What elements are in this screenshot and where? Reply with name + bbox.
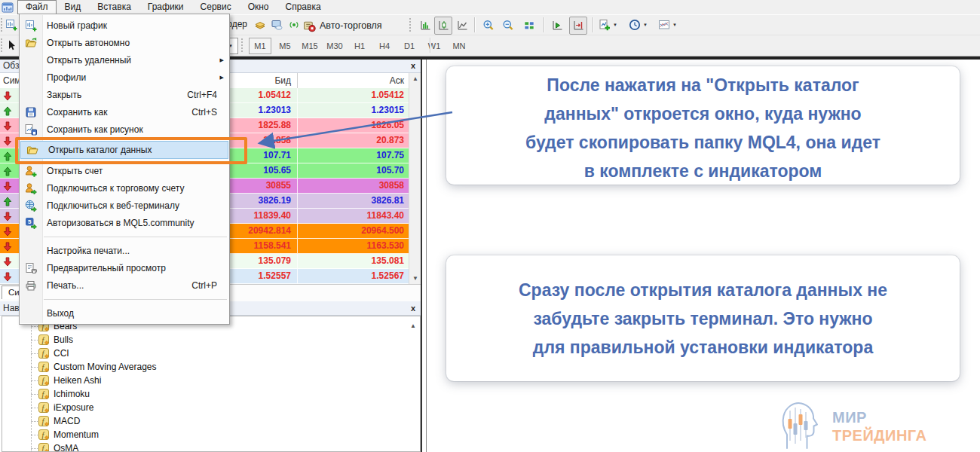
file-menu-item-5[interactable]: Сохранить какCtrl+S: [20, 103, 229, 121]
close-icon[interactable]: x: [411, 301, 415, 316]
signals-icon[interactable]: [287, 18, 301, 32]
toolbar-separator: [430, 38, 430, 53]
menubar-item-0[interactable]: Файл: [17, 0, 57, 14]
zoom-in-button[interactable]: [479, 17, 498, 35]
save-icon: [20, 106, 42, 118]
templates-button[interactable]: ▼: [657, 17, 678, 33]
ask-cell: 20964.500: [297, 224, 404, 238]
file-menu-item-13[interactable]: Настройка печати...: [20, 242, 229, 259]
file-menu-item-label: Печать...: [47, 280, 84, 291]
ask-cell: 1163.530: [297, 239, 404, 253]
timeframe-w1[interactable]: W1: [423, 38, 446, 54]
candlestick-chart-button[interactable]: [434, 17, 452, 35]
timeframe-h1[interactable]: H1: [348, 38, 371, 54]
file-menu-item-14[interactable]: Предварительный просмотр: [20, 259, 229, 276]
account-add-icon: [20, 165, 42, 177]
indicator-icon: f: [38, 443, 49, 452]
menubar-item-2[interactable]: Вставка: [89, 0, 139, 14]
file-menu-item-17[interactable]: Выход: [20, 304, 229, 322]
file-menu-item-0[interactable]: Новый график: [20, 17, 229, 34]
timeframe-d1[interactable]: D1: [398, 38, 421, 54]
navigator-item-label: Custom Moving Averages: [54, 362, 157, 372]
file-menu-item-1[interactable]: Открыть автономно: [20, 34, 229, 51]
toolbar-grip[interactable]: [409, 18, 413, 32]
navigator-item-macd[interactable]: fMACD: [2, 414, 420, 428]
ask-column-header[interactable]: Аск: [297, 73, 404, 88]
ask-cell: 1.23015: [297, 103, 404, 118]
file-menu-item-15[interactable]: Печать...Ctrl+P: [20, 276, 229, 294]
timeframe-m5[interactable]: M5: [274, 38, 296, 54]
tree-connector: [31, 421, 38, 422]
highlight-callout-box: [15, 137, 247, 164]
tile-windows-button[interactable]: [520, 17, 538, 35]
menubar-item-6[interactable]: Справка: [277, 0, 329, 14]
annotation-text: для правильной установки индикатора: [446, 333, 960, 362]
menu-separator: [20, 294, 229, 304]
navigator-item-osma[interactable]: fOsMA: [2, 441, 420, 452]
submenu-arrow-icon: ▶: [220, 57, 224, 63]
file-menu-item-label: Авторизоваться в MQL5.community: [47, 218, 194, 228]
svg-text:5: 5: [28, 218, 32, 225]
toolbar-grip[interactable]: [241, 38, 245, 52]
menubar-item-1[interactable]: Вид: [57, 0, 90, 14]
menubar-item-5[interactable]: Окно: [240, 0, 277, 14]
indicators-button[interactable]: ▼: [597, 17, 619, 33]
navigator-item-heiken-ashi[interactable]: fHeiken Ashi: [2, 374, 420, 387]
menu-bar: ФайлВидВставкаГрафикиСервисОкноСправка: [0, 0, 980, 14]
new-chart-icon: [20, 20, 42, 32]
price-down-arrow-icon: [3, 136, 12, 146]
periods-button[interactable]: ▼: [627, 17, 649, 33]
file-menu-item-9[interactable]: Подключиться к торговому счету: [20, 179, 229, 197]
price-down-arrow-icon: [3, 121, 12, 131]
indicator-icon: f: [38, 402, 49, 413]
mql5-icon: 5: [20, 217, 42, 229]
file-menu-item-4[interactable]: ЗакрытьCtrl+F4: [20, 86, 229, 103]
file-menu-item-8[interactable]: Открыть счет: [20, 162, 229, 179]
tree-connector: [31, 380, 38, 381]
navigator-item-custom-moving-averages[interactable]: fCustom Moving Averages: [2, 360, 420, 374]
file-menu-item-3[interactable]: Профили▶: [20, 69, 229, 86]
menu-shortcut: Ctrl+S: [191, 107, 229, 118]
indicator-icon: f: [38, 389, 49, 399]
scroll-up-icon[interactable]: ▲: [410, 322, 416, 329]
market-watch-scrollbar[interactable]: ▲ ▼: [409, 73, 421, 284]
timeframe-m15[interactable]: M15: [299, 38, 321, 54]
ask-cell: 1826.05: [297, 118, 404, 133]
tree-connector: [31, 435, 38, 435]
mql5-community-icon[interactable]: [270, 18, 283, 32]
tree-connector: [31, 340, 38, 341]
navigator-item-ichimoku[interactable]: fIchimoku: [2, 387, 420, 401]
menubar-item-4[interactable]: Сервис: [192, 0, 240, 14]
timeframe-m30[interactable]: M30: [323, 38, 346, 54]
file-menu-item-6[interactable]: Сохранить как рисунок: [20, 121, 229, 138]
new-chart-button[interactable]: [5, 18, 18, 32]
auto-scroll-button[interactable]: [548, 17, 566, 35]
navigator-item-cci[interactable]: fCCI: [2, 347, 420, 360]
file-menu-item-11[interactable]: 5Авторизоваться в MQL5.community: [20, 214, 229, 231]
file-menu-item-2[interactable]: Открыть удаленный▶: [20, 51, 229, 69]
price-up-arrow-icon: [3, 196, 12, 206]
navigator-item-momentum[interactable]: fMomentum: [2, 428, 420, 441]
chart-shift-button[interactable]: [569, 17, 587, 35]
ask-cell: 3826.81: [297, 194, 404, 208]
file-menu-item-label: Подключиться к веб-терминалу: [47, 200, 179, 211]
file-menu-item-10[interactable]: Подключиться к веб-терминалу: [20, 197, 229, 214]
timeframe-h4[interactable]: H4: [373, 38, 396, 54]
close-icon[interactable]: x: [411, 59, 415, 73]
autotrade-button[interactable]: Авто-торговля: [303, 17, 382, 34]
navigator-item-iexposure[interactable]: fiExposure: [2, 401, 420, 414]
navigator-item-bulls[interactable]: fBulls: [2, 333, 420, 347]
timeframe-m1[interactable]: M1: [249, 38, 271, 54]
market-book-icon[interactable]: [253, 18, 267, 32]
timeframe-mn[interactable]: MN: [448, 38, 470, 54]
bar-chart-button[interactable]: [416, 17, 434, 35]
scroll-down-icon[interactable]: ▼: [409, 275, 421, 282]
cursor-tool-button[interactable]: [5, 38, 18, 52]
menu-shortcut: Ctrl+F4: [187, 90, 229, 100]
menu-shortcut: Ctrl+P: [191, 280, 229, 291]
navigator-item-label: Bulls: [54, 334, 73, 345]
menubar-item-3[interactable]: Графики: [139, 0, 192, 14]
scroll-up-icon[interactable]: ▲: [409, 75, 421, 82]
line-chart-button[interactable]: [453, 17, 471, 35]
zoom-out-button[interactable]: [499, 17, 517, 35]
